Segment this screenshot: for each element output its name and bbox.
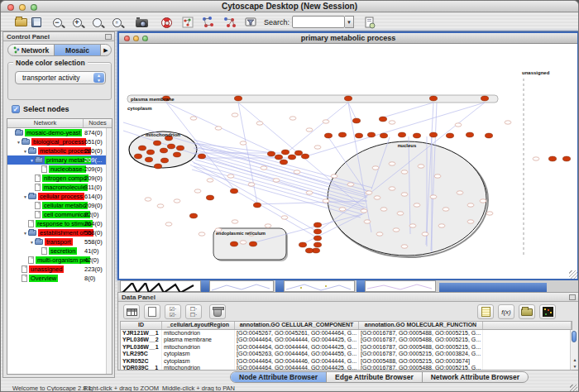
tree-expand-arrow[interactable]: ▼ [29, 158, 35, 163]
node-selected[interactable] [324, 133, 332, 138]
node-selected[interactable] [294, 151, 302, 155]
tree-row[interactable]: cellular metabo209(0) [7, 201, 112, 210]
node-selected[interactable] [313, 236, 321, 241]
node-selected[interactable] [173, 152, 180, 157]
import-network-icon[interactable] [361, 15, 378, 30]
table-cell[interactable]: [GO:0016787, GO:0005488, GO:0005215, G..… [359, 330, 483, 337]
node-unselected[interactable] [314, 146, 321, 149]
table-cell[interactable]: [GO:0016787, GO:0005215, GO:0003824, G..… [359, 351, 483, 357]
node-selected[interactable] [230, 189, 237, 194]
node-unselected[interactable] [240, 241, 246, 244]
help-ring-icon[interactable] [158, 15, 175, 30]
table-cell[interactable]: cytoplasm [162, 351, 235, 357]
edge[interactable] [194, 143, 273, 153]
tree-row[interactable]: nitrogen compo209(0) [7, 174, 112, 183]
node-unselected[interactable] [374, 196, 380, 199]
table-row[interactable]: YKR052Ccytoplasm[GO:0044464, GO:0044446,… [121, 358, 572, 365]
tab-overflow-arrow[interactable]: ▶ [101, 45, 111, 55]
node-unselected[interactable] [389, 187, 395, 190]
node-selected[interactable] [234, 96, 242, 101]
node-unselected[interactable] [443, 208, 449, 211]
tab-network-attribute-browser[interactable]: Network Attribute Browser [423, 372, 528, 382]
tree-row-label[interactable]: unassigned [29, 265, 64, 273]
tree-row-label[interactable]: cell communicat [42, 211, 90, 218]
node-unselected[interactable] [339, 208, 346, 211]
column-header[interactable]: ID [121, 322, 162, 329]
node-unselected[interactable] [347, 183, 354, 186]
search-dropdown-arrow[interactable]: ▼ [345, 16, 354, 28]
filter-icon[interactable] [242, 15, 259, 30]
open-icon[interactable] [12, 15, 29, 30]
node-unselected[interactable] [281, 216, 288, 219]
table-cell[interactable]: YDR039C__1 [121, 365, 162, 370]
network-window-titlebar[interactable]: primary metabolic process [119, 33, 577, 44]
node-unselected[interactable] [248, 183, 255, 186]
node-selected[interactable] [176, 146, 184, 151]
attribute-table-header[interactable]: ID_cellularLayoutRegionannotation.GO CEL… [121, 322, 572, 330]
table-cell[interactable]: YPL036W__1 [121, 344, 162, 351]
tree-scrollbar[interactable] [106, 128, 112, 374]
node-unselected[interactable] [401, 193, 408, 196]
network-b-icon[interactable] [221, 15, 237, 30]
tree-row[interactable]: nucleobase-209(0) [7, 165, 112, 174]
tree-row-label[interactable]: nitrogen compo [42, 174, 89, 182]
float-panel-icon[interactable] [105, 34, 112, 40]
node-selected[interactable] [481, 96, 488, 101]
node-unselected[interactable] [438, 224, 445, 227]
node-selected[interactable] [313, 242, 321, 247]
tree-row[interactable]: multi-organism pro42(0) [7, 256, 112, 265]
node-color-dropdown[interactable]: transporter activity ▲▼ [15, 71, 106, 84]
node-unselected[interactable] [199, 232, 205, 236]
tree-row-label[interactable]: metabolic process [38, 147, 91, 155]
node-unselected[interactable] [306, 191, 313, 194]
node-unselected[interactable] [457, 191, 463, 194]
node-unselected[interactable] [486, 212, 493, 215]
tree-row[interactable]: ▼metabolic process280(0) [7, 146, 112, 155]
node-selected[interactable] [548, 156, 556, 161]
tree-row[interactable]: unassigned223(0) [7, 265, 112, 274]
zoom-fit-icon[interactable] [89, 15, 105, 30]
node-unselected[interactable] [364, 220, 371, 223]
node-selected[interactable] [367, 132, 375, 137]
node-unselected[interactable] [533, 157, 539, 160]
node-selected[interactable] [134, 154, 141, 159]
node-unselected[interactable] [455, 123, 462, 127]
table-cell[interactable]: [GO:0005488, GO:0005215, GO:0003674] [359, 358, 483, 365]
tree-row[interactable]: ▼transport558(0) [7, 237, 112, 246]
node-unselected[interactable] [261, 166, 267, 170]
tree-row[interactable]: Overview8(0) [7, 274, 112, 283]
node-selected[interactable] [146, 150, 154, 155]
tree-row[interactable]: response to stimulu264(0) [7, 219, 112, 228]
node-selected[interactable] [466, 132, 473, 137]
tree-row-label[interactable]: macromolecule [42, 184, 88, 191]
node-unselected[interactable] [323, 199, 329, 203]
node-unselected[interactable] [215, 127, 222, 130]
node-unselected[interactable] [414, 203, 420, 207]
node-selected[interactable] [313, 222, 321, 227]
search-input[interactable] [292, 16, 345, 28]
tree-row-label[interactable]: mosaic-demo-yeast [25, 129, 82, 136]
table-scroll-arrows[interactable]: ▲▼ [572, 356, 578, 370]
network-graph[interactable]: plasma membranecytoplasmmitochondrionnuc… [119, 44, 577, 279]
node-selected[interactable] [446, 133, 453, 138]
node-unselected[interactable] [434, 174, 441, 178]
save-icon[interactable] [28, 15, 45, 30]
node-unselected[interactable] [190, 117, 197, 120]
node-unselected[interactable] [389, 121, 395, 124]
node-unselected[interactable] [323, 120, 329, 123]
node-unselected[interactable] [207, 179, 213, 182]
tree-col-nodes[interactable]: Nodes [84, 119, 112, 127]
node-selected[interactable] [379, 117, 386, 122]
table-row[interactable]: YLR295Ccytoplasm[GO:0045263, GO:0044464,… [121, 351, 572, 357]
node-unselected[interactable] [294, 170, 300, 174]
node-unselected[interactable] [227, 174, 234, 178]
network-canvas[interactable]: plasma membranecytoplasmmitochondrionnuc… [119, 44, 577, 279]
tree-row[interactable]: ▼primary metabo209(... [7, 155, 112, 165]
node-selected[interactable] [344, 96, 352, 101]
node-unselected[interactable] [232, 220, 238, 223]
node-selected[interactable] [154, 164, 161, 169]
tree-row[interactable]: secretion41(0) [7, 246, 112, 256]
node-unselected[interactable] [194, 189, 201, 193]
node-unselected[interactable] [401, 245, 408, 248]
tree-row-label[interactable]: cellular metabo [42, 202, 88, 209]
